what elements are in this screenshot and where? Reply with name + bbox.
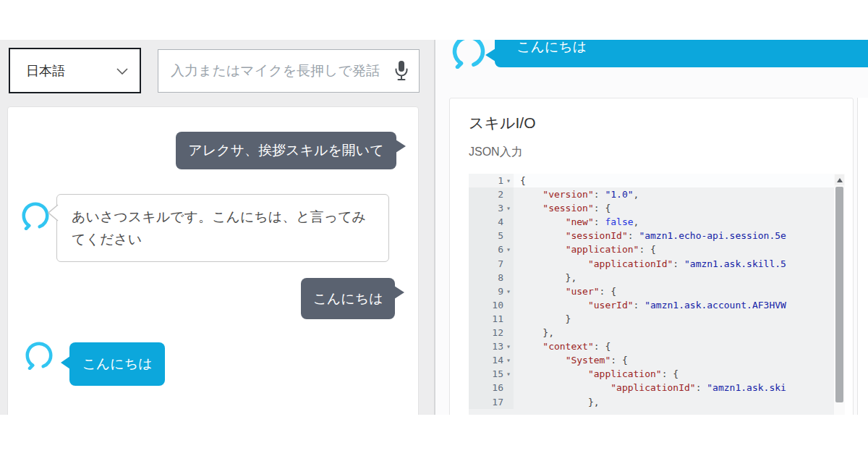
gutter-cell: 17	[469, 395, 514, 409]
code-text: }	[514, 312, 834, 326]
code-text: "sessionId": "amzn1.echo-api.session.5e	[514, 229, 834, 242]
microphone-button[interactable]	[389, 59, 414, 84]
scrollbar-thumb[interactable]	[835, 187, 843, 402]
code-text: "context": {	[514, 339, 834, 353]
line-number: 9	[498, 284, 503, 298]
code-line[interactable]: 7 "applicationId": "amzn1.ask.skill.5	[469, 257, 834, 271]
line-number: 15	[492, 367, 503, 381]
gutter-cell: 5	[469, 229, 514, 242]
code-line[interactable]: 3▾ "session": {	[469, 201, 834, 215]
user-message-text: アレクサ、挨拶スキルを開いて	[188, 141, 383, 160]
json-output-card-edge	[857, 98, 868, 415]
code-line[interactable]: 14▾ "System": {	[469, 353, 834, 367]
code-line[interactable]: 17 },	[469, 395, 834, 409]
fold-caret-icon[interactable]: ▾	[503, 284, 514, 298]
line-number: 4	[498, 215, 503, 229]
utterance-input-wrap	[158, 49, 420, 93]
line-number: 11	[492, 312, 503, 326]
chevron-down-icon	[116, 64, 128, 77]
code-text: "userId": "amzn1.ask.account.AF3HVW	[514, 298, 834, 312]
scroll-up-button[interactable]	[835, 174, 844, 185]
gutter-cell: 4	[469, 215, 514, 229]
json-editor-lines: 1▾{2 "version": "1.0",3▾ "session": {4 "…	[469, 174, 834, 409]
user-message-bubble: こんにちは	[301, 278, 395, 319]
gutter-cell: 10	[469, 298, 514, 312]
user-message-bubble: アレクサ、挨拶スキルを開いて	[176, 132, 396, 169]
code-text: "user": {	[514, 284, 834, 298]
alexa-ring-icon	[25, 341, 54, 370]
utterance-input[interactable]	[158, 49, 420, 93]
gutter-cell: 9▾	[469, 284, 514, 298]
gutter-cell: 1▾	[469, 174, 514, 187]
code-text: "applicationId": "amzn1.ask.ski	[514, 381, 834, 394]
fold-caret-icon[interactable]: ▾	[503, 174, 514, 187]
code-line[interactable]: 1▾{	[469, 174, 834, 187]
alexa-message-text: こんにちは	[516, 40, 587, 54]
gutter-cell: 11	[469, 312, 514, 326]
editor-scrollbar[interactable]	[834, 174, 845, 415]
code-line[interactable]: 9▾ "user": {	[469, 284, 834, 298]
json-input-label: JSON入力	[469, 145, 523, 160]
code-text: "System": {	[514, 353, 834, 367]
fold-caret-icon[interactable]: ▾	[503, 242, 514, 256]
gutter-cell: 12	[469, 326, 514, 339]
json-input-editor[interactable]: 1▾{2 "version": "1.0",3▾ "session": {4 "…	[469, 174, 845, 415]
gutter-cell: 13▾	[469, 339, 514, 353]
fold-caret-icon[interactable]: ▾	[503, 367, 514, 381]
bubble-tail	[48, 204, 59, 228]
code-line[interactable]: 15▾ "application": {	[469, 367, 834, 381]
code-text: "version": "1.0",	[514, 187, 834, 201]
alexa-test-simulator: 日本語	[0, 0, 868, 456]
code-text: "session": {	[514, 201, 834, 215]
fold-caret-icon[interactable]: ▾	[503, 353, 514, 367]
fold-caret-icon[interactable]: ▾	[503, 201, 514, 215]
code-text: "new": false,	[514, 215, 834, 229]
bubble-tail	[396, 140, 406, 153]
alexa-message-text: あいさつスキルです。こんにちは、と言ってみてください	[72, 209, 366, 247]
code-line[interactable]: 16 "applicationId": "amzn1.ask.ski	[469, 381, 834, 394]
code-line[interactable]: 11 }	[469, 312, 834, 326]
gutter-cell: 14▾	[469, 353, 514, 367]
code-text: "application": {	[514, 367, 834, 381]
code-line[interactable]: 8 },	[469, 271, 834, 284]
line-number: 2	[498, 187, 503, 201]
chat-log[interactable]: アレクサ、挨拶スキルを開いて あいさつスキルです。こんにちは、と言ってみてくださ…	[7, 106, 419, 415]
gutter-cell: 15▾	[469, 367, 514, 381]
alexa-message-bubble: あいさつスキルです。こんにちは、と言ってみてください	[56, 194, 389, 262]
gutter-cell: 8	[469, 271, 514, 284]
line-number: 5	[498, 229, 503, 242]
language-selector[interactable]: 日本語	[9, 48, 141, 93]
microphone-icon	[393, 60, 410, 84]
skill-io-card: スキルI/O JSON入力 1▾{2 "version": "1.0",3▾ "…	[449, 98, 854, 415]
fold-caret-icon[interactable]: ▾	[503, 339, 514, 353]
line-number: 6	[498, 242, 503, 256]
user-message-text: こんにちは	[312, 290, 383, 308]
code-line[interactable]: 5 "sessionId": "amzn1.echo-api.session.5…	[469, 229, 834, 242]
code-text: {	[514, 174, 834, 187]
bubble-tail	[485, 48, 495, 62]
line-number: 8	[498, 271, 503, 284]
alexa-ring-icon	[21, 201, 50, 230]
code-text: "applicationId": "amzn1.ask.skill.5	[514, 257, 834, 271]
code-line[interactable]: 10 "userId": "amzn1.ask.account.AF3HVW	[469, 298, 834, 312]
code-line[interactable]: 13▾ "context": {	[469, 339, 834, 353]
line-number: 10	[492, 298, 503, 312]
code-line[interactable]: 4 "new": false,	[469, 215, 834, 229]
content-band: 日本語	[0, 40, 868, 415]
skill-io-panel: こんにちは スキルI/O JSON入力 1▾{2 "version": "1.0…	[435, 40, 868, 415]
alexa-message-bubble: こんにちは	[495, 40, 868, 67]
line-number: 1	[498, 174, 503, 187]
gutter-cell: 6▾	[469, 242, 514, 256]
code-line[interactable]: 6▾ "application": {	[469, 242, 834, 256]
code-text: "application": {	[514, 242, 834, 256]
line-number: 3	[498, 201, 503, 215]
code-line[interactable]: 2 "version": "1.0",	[469, 187, 834, 201]
gutter-cell: 16	[469, 381, 514, 394]
gutter-cell: 7	[469, 257, 514, 271]
code-text: },	[514, 271, 834, 284]
line-number: 16	[492, 381, 503, 394]
gutter-cell: 3▾	[469, 201, 514, 215]
bubble-tail	[61, 356, 70, 369]
code-line[interactable]: 12 },	[469, 326, 834, 339]
alexa-message-bubble: こんにちは	[69, 342, 165, 386]
